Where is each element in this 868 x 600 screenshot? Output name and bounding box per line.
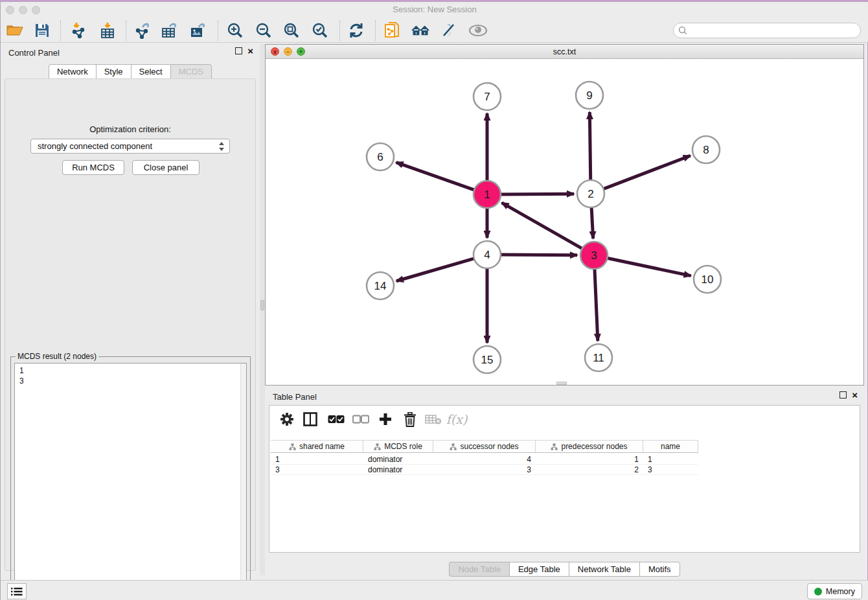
memory-status-icon — [814, 588, 822, 595]
edge-1-2[interactable] — [499, 194, 574, 194]
result-scrollbar[interactable] — [240, 363, 246, 597]
tab-style[interactable]: Style — [96, 64, 131, 79]
table-panel-inner: f(x) shared name MCDS role successor nod… — [269, 405, 860, 553]
deselect-all-icon[interactable] — [351, 410, 371, 428]
export-table-icon[interactable] — [160, 21, 179, 40]
edge-2-8[interactable] — [602, 156, 691, 189]
node-label-2: 2 — [588, 188, 593, 200]
zoom-fit-icon[interactable] — [282, 21, 301, 40]
mcds-result-title: MCDS result (2 nodes) — [16, 352, 98, 361]
edge-2-3[interactable] — [591, 205, 593, 238]
edge-3-1[interactable] — [502, 203, 584, 249]
cell-predecessor-nodes[interactable]: 1 — [536, 454, 643, 464]
first-neighbors-icon[interactable] — [411, 21, 430, 40]
float-table-panel-icon[interactable] — [839, 391, 847, 398]
cell-successor-nodes[interactable]: 3 — [433, 465, 536, 474]
duplicate-network-icon[interactable] — [383, 21, 402, 40]
cell-name[interactable]: 1 — [643, 454, 698, 464]
float-panel-icon[interactable] — [235, 47, 242, 54]
import-table-icon[interactable] — [98, 21, 117, 40]
delete-column-trash-icon[interactable] — [400, 410, 420, 428]
hide-details-eye-icon[interactable] — [468, 21, 488, 40]
add-column-icon[interactable] — [376, 410, 395, 428]
cell-successor-nodes[interactable]: 4 — [433, 454, 536, 464]
edge-2-9[interactable] — [589, 112, 590, 182]
toolbar-separator — [375, 20, 376, 41]
node-label-10: 10 — [702, 273, 714, 286]
optimization-criterion-label: Optimization criterion: — [5, 124, 255, 134]
memory-button[interactable]: Memory — [807, 583, 862, 599]
cell-name[interactable]: 3 — [643, 465, 698, 474]
tab-mcds[interactable]: MCDS — [170, 64, 212, 79]
tab-network-table[interactable]: Network Table — [569, 562, 639, 577]
mcds-result-text[interactable]: 1 3 — [14, 363, 247, 597]
close-table-panel-icon[interactable]: × — [852, 391, 858, 398]
run-mcds-button[interactable]: Run MCDS — [62, 160, 124, 175]
node-label-14: 14 — [374, 280, 387, 292]
export-image-icon[interactable] — [188, 21, 208, 40]
search-input[interactable] — [687, 26, 849, 35]
tab-node-table[interactable]: Node Table — [449, 562, 509, 577]
search-field[interactable] — [673, 23, 861, 38]
tab-edge-table[interactable]: Edge Table — [509, 562, 569, 577]
close-panel-button[interactable]: Close panel — [132, 160, 200, 175]
mcds-result-box: MCDS result (2 nodes) 1 3 — [10, 356, 251, 600]
node-label-7: 7 — [484, 91, 490, 103]
dropdown-value: strongly connected component — [38, 141, 152, 151]
column-header-shared-name[interactable]: shared name — [271, 441, 363, 452]
cell-mcds-role[interactable]: dominator — [363, 465, 433, 474]
control-panel-title: Control Panel — [8, 48, 60, 58]
network-scroll-grip[interactable] — [556, 382, 567, 385]
column-header-predecessor-nodes[interactable]: predecessor nodes — [536, 441, 643, 452]
tab-network[interactable]: Network — [49, 64, 96, 79]
panel-splitter[interactable] — [260, 44, 265, 575]
table-row[interactable]: 1 dominator 4 1 1 — [271, 454, 698, 465]
cell-predecessor-nodes[interactable]: 2 — [536, 465, 643, 474]
refresh-layout-icon[interactable] — [347, 21, 366, 40]
network-window-titlebar[interactable]: x − + scc.txt — [266, 45, 863, 59]
table-toolbar: f(x) — [269, 406, 860, 433]
zoom-out-icon[interactable] — [254, 21, 273, 40]
table-panel-tabs: Node Table Edge Table Network Table Moti… — [265, 562, 864, 577]
cell-mcds-role[interactable]: dominator — [363, 454, 433, 464]
zoom-in-icon[interactable] — [225, 21, 245, 40]
graphics-details-icon[interactable] — [439, 21, 459, 40]
column-header-name[interactable]: name — [643, 441, 698, 452]
tab-select[interactable]: Select — [131, 64, 170, 79]
splitter-grip[interactable] — [260, 300, 264, 310]
table-row[interactable]: 3 dominator 3 2 3 — [271, 465, 698, 475]
select-all-icon[interactable] — [326, 410, 346, 428]
cell-shared-name[interactable]: 3 — [271, 465, 363, 474]
task-history-button[interactable] — [7, 583, 27, 599]
network-graph: 7968124314101511 — [266, 59, 863, 385]
close-panel-icon[interactable]: × — [247, 47, 253, 54]
column-header-successor-nodes[interactable]: successor nodes — [433, 441, 536, 452]
import-network-icon[interactable] — [69, 21, 89, 40]
delete-table-icon[interactable] — [424, 410, 443, 428]
edge-1-6[interactable] — [396, 163, 476, 190]
table-settings-gear-icon[interactable] — [277, 410, 297, 428]
function-builder-icon[interactable]: f(x) — [447, 410, 466, 428]
tab-motifs[interactable]: Motifs — [639, 562, 680, 577]
result-line: 3 — [19, 376, 246, 386]
control-panel-tabs: Network Style Select MCDS — [1, 64, 260, 78]
edge-4-3[interactable] — [499, 255, 577, 255]
edge-4-14[interactable] — [396, 258, 476, 281]
node-label-11: 11 — [593, 352, 604, 364]
split-view-icon[interactable] — [301, 410, 320, 428]
zoom-selected-icon[interactable] — [310, 21, 330, 40]
edge-3-10[interactable] — [606, 258, 691, 276]
optimization-criterion-dropdown[interactable]: strongly connected component — [30, 139, 230, 154]
application-window: Session: New Session — [0, 0, 868, 600]
cell-shared-name[interactable]: 1 — [271, 454, 363, 464]
column-header-mcds-role[interactable]: MCDS role — [363, 441, 433, 452]
column-type-icon — [450, 443, 457, 450]
network-canvas[interactable]: 7968124314101511 — [266, 59, 863, 385]
window-title: Session: New Session — [1, 5, 868, 14]
open-session-icon[interactable] — [5, 21, 25, 40]
save-session-icon[interactable] — [32, 21, 52, 40]
toolbar-separator — [218, 20, 218, 41]
main-toolbar — [1, 17, 868, 43]
edge-3-11[interactable] — [595, 267, 598, 341]
export-network-icon[interactable] — [133, 21, 152, 40]
